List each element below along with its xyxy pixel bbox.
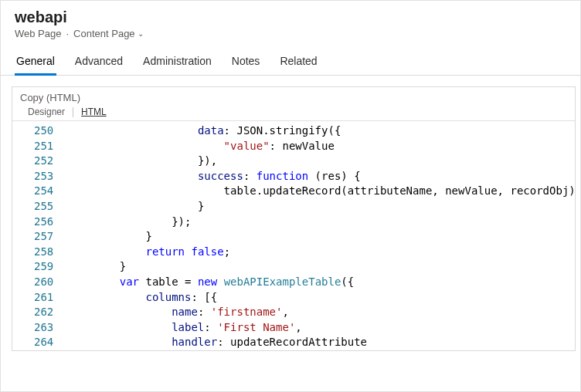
code-line[interactable]: } xyxy=(67,259,575,275)
code-line[interactable]: } xyxy=(67,229,575,245)
line-number: 256 xyxy=(34,215,53,230)
code-editor[interactable]: 2502512522532542552562572582592602612622… xyxy=(12,120,575,350)
line-number: 255 xyxy=(34,199,53,215)
line-number: 257 xyxy=(34,229,53,245)
editor-mode-subtabs: Designer HTML xyxy=(12,106,575,120)
line-number: 252 xyxy=(34,154,53,169)
subtab-html[interactable]: HTML xyxy=(81,106,107,117)
code-line[interactable]: name: 'firstname', xyxy=(67,305,575,320)
line-number: 261 xyxy=(34,290,53,306)
code-line[interactable]: table.updateRecord(attributeName, newVal… xyxy=(67,184,575,199)
subtab-designer[interactable]: Designer xyxy=(28,106,65,117)
line-number: 253 xyxy=(34,169,53,184)
chevron-down-icon: ⌄ xyxy=(138,29,144,38)
subtab-separator xyxy=(73,107,73,117)
code-line[interactable]: success: function (res) { xyxy=(67,169,575,184)
tab-notes[interactable]: Notes xyxy=(230,53,262,75)
line-number: 259 xyxy=(34,259,53,275)
content-type-label: Content Page xyxy=(73,28,135,39)
code-line[interactable]: columns: [{ xyxy=(67,290,575,306)
form-tabs: General Advanced Administration Notes Re… xyxy=(1,39,580,76)
line-number: 263 xyxy=(34,320,53,336)
tab-general[interactable]: General xyxy=(15,53,56,75)
copy-html-section: Copy (HTML) Designer HTML 25025125225325… xyxy=(12,86,576,351)
code-line[interactable]: }), xyxy=(67,154,575,169)
tab-related[interactable]: Related xyxy=(278,53,318,75)
section-title: Copy (HTML) xyxy=(12,87,575,106)
code-line[interactable]: return false; xyxy=(67,245,575,260)
code-line[interactable]: handler: updateRecordAttribute xyxy=(67,335,575,350)
line-number-gutter: 2502512522532542552562572582592602612622… xyxy=(26,121,67,350)
separator-dot: · xyxy=(66,28,69,39)
line-number: 260 xyxy=(34,275,53,290)
page-title: webapi xyxy=(15,8,566,26)
line-number: 258 xyxy=(34,245,53,260)
line-number: 262 xyxy=(34,305,53,320)
line-number: 250 xyxy=(34,123,53,139)
line-number: 254 xyxy=(34,184,53,199)
code-line[interactable]: }); xyxy=(67,215,575,230)
line-number: 251 xyxy=(34,139,53,154)
line-number: 264 xyxy=(34,335,53,350)
code-line[interactable]: data: JSON.stringify({ xyxy=(67,123,575,139)
record-header: webapi Web Page · Content Page ⌄ xyxy=(1,1,580,39)
content-type-dropdown[interactable]: Content Page ⌄ xyxy=(73,28,144,39)
tab-administration[interactable]: Administration xyxy=(141,53,213,75)
code-line[interactable]: "value": newValue xyxy=(67,139,575,154)
code-content[interactable]: data: JSON.stringify({ "value": newValue… xyxy=(67,121,575,350)
code-line[interactable]: } xyxy=(67,199,575,215)
code-line[interactable]: var table = new webAPIExampleTable({ xyxy=(67,275,575,290)
code-line[interactable]: label: 'First Name', xyxy=(67,320,575,336)
entity-type-label: Web Page xyxy=(15,28,61,39)
tab-advanced[interactable]: Advanced xyxy=(73,53,124,75)
